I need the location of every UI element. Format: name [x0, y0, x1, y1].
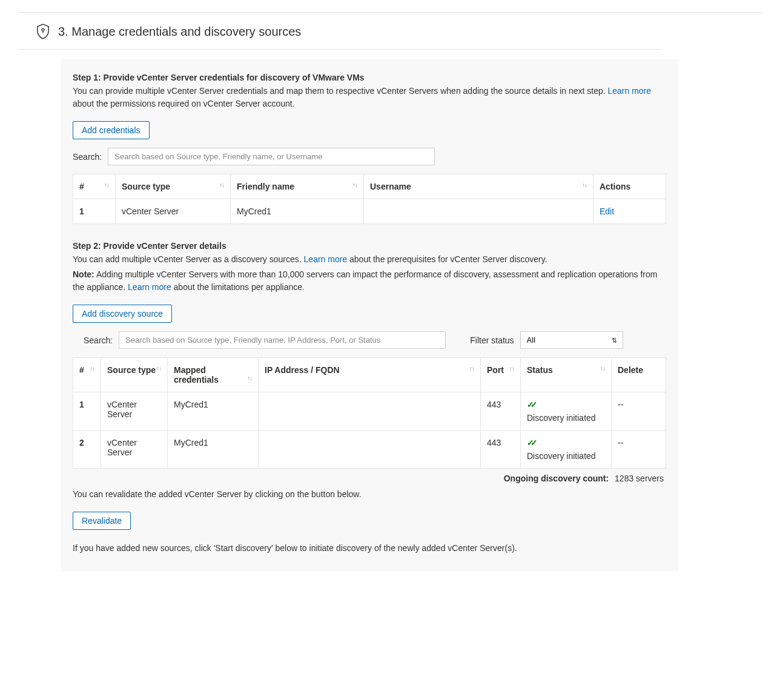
- sort-icon: ↑↓: [90, 365, 94, 372]
- checkmark-icon: ✓✓: [527, 438, 534, 447]
- discovery-count-label: Ongoing discovery count:: [504, 474, 609, 483]
- step2-desc-text: You can add multiple vCenter Server as a…: [73, 254, 304, 264]
- status-text: Discovery initiated: [527, 451, 596, 461]
- col-num[interactable]: #↑↓: [73, 174, 116, 199]
- cell-ip: [259, 392, 481, 431]
- revalidate-button[interactable]: Revalidate: [73, 512, 131, 530]
- filter-status-select[interactable]: All: [520, 331, 623, 349]
- cell-mapped: MyCred1: [168, 392, 259, 431]
- revalidate-description: You can revalidate the added vCenter Ser…: [73, 488, 666, 501]
- step1-search-label: Search:: [73, 152, 102, 162]
- table-row: 1 vCenter Server MyCred1 Edit: [73, 199, 666, 224]
- step2-description: You can add multiple vCenter Server as a…: [73, 253, 666, 266]
- col-port[interactable]: Port↑↓: [481, 358, 521, 392]
- table-row: 2 vCenter Server MyCred1 443 ✓✓ Discover…: [73, 431, 666, 469]
- step1-description: You can provide multiple vCenter Server …: [73, 85, 666, 110]
- cell-username: [364, 199, 593, 224]
- step2-search-row: Search: Filter status All: [73, 331, 666, 349]
- cell-status: ✓✓ Discovery initiated: [521, 431, 612, 469]
- sort-icon: ↑↓: [600, 365, 605, 372]
- sort-icon: ↑↓: [247, 375, 252, 381]
- cell-num: 1: [73, 199, 116, 224]
- step2-learn-more-link-2[interactable]: Learn more: [128, 282, 171, 292]
- table-header-row: #↑↓ Source type↑↓ Friendly name↑↓ Userna…: [73, 174, 666, 199]
- cell-ip: [259, 431, 481, 469]
- edit-link[interactable]: Edit: [600, 206, 614, 216]
- cell-num: 2: [73, 431, 101, 469]
- cell-friendly-name: MyCred1: [231, 199, 364, 224]
- page-title: 3. Manage credentials and discovery sour…: [58, 25, 301, 39]
- checkmark-icon: ✓✓: [527, 400, 534, 409]
- cell-action: Edit: [593, 199, 666, 224]
- cell-mapped: MyCred1: [168, 431, 259, 469]
- step2-search-label: Search:: [84, 335, 113, 345]
- new-sources-description: If you have added new sources, click 'St…: [73, 542, 666, 555]
- filter-status-label: Filter status: [470, 335, 514, 345]
- step2-title: Step 2: Provide vCenter Server details: [73, 241, 666, 251]
- sort-icon: ↑↓: [104, 182, 109, 188]
- svg-point-0: [42, 28, 44, 31]
- step1-search-input[interactable]: [108, 148, 435, 165]
- sort-icon: ↑↓: [469, 365, 474, 372]
- shield-icon: [36, 24, 50, 39]
- section-header: 3. Manage credentials and discovery sour…: [18, 13, 660, 50]
- sort-icon: ↑↓: [156, 365, 161, 372]
- cell-delete: --: [612, 431, 666, 469]
- sort-icon: ↑↓: [352, 182, 357, 188]
- cell-port: 443: [481, 431, 521, 469]
- cell-delete: --: [612, 392, 666, 431]
- cell-source-type: vCenter Server: [101, 431, 168, 469]
- cell-num: 1: [73, 392, 101, 431]
- col-source-type[interactable]: Source type↑↓: [116, 174, 231, 199]
- col-delete: Delete: [612, 358, 666, 392]
- note-text2: about the limitations per appliance.: [171, 282, 305, 292]
- cell-source-type: vCenter Server: [101, 392, 168, 431]
- content-panel: Step 1: Provide vCenter Server credentia…: [61, 59, 678, 572]
- sort-icon: ↑↓: [219, 182, 224, 188]
- sort-icon: ↑↓: [509, 365, 514, 372]
- cell-port: 443: [481, 392, 521, 431]
- step2-note: Note: Adding multiple vCenter Servers wi…: [73, 268, 666, 294]
- step2-desc-text2: about the prerequisites for vCenter Serv…: [347, 254, 547, 264]
- step1-search-row: Search:: [73, 148, 666, 165]
- sort-icon: ↑↓: [582, 182, 587, 188]
- discovery-count-value: 1283 servers: [615, 474, 664, 483]
- add-discovery-source-button[interactable]: Add discovery source: [73, 305, 172, 323]
- col-mapped[interactable]: Mapped credentials↑↓: [168, 358, 259, 392]
- col-username[interactable]: Username↑↓: [364, 174, 593, 199]
- add-credentials-button[interactable]: Add credentials: [73, 121, 150, 139]
- step1-desc-text: You can provide multiple vCenter Server …: [73, 86, 608, 96]
- cell-status: ✓✓ Discovery initiated: [521, 392, 612, 431]
- col-friendly-name[interactable]: Friendly name↑↓: [231, 174, 364, 199]
- step1-learn-more-link[interactable]: Learn more: [608, 86, 652, 96]
- step2-search-input[interactable]: [119, 331, 446, 349]
- table-row: 1 vCenter Server MyCred1 443 ✓✓ Discover…: [73, 392, 666, 431]
- status-text: Discovery initiated: [527, 413, 596, 423]
- step1-title: Step 1: Provide vCenter Server credentia…: [73, 73, 666, 82]
- credentials-table: #↑↓ Source type↑↓ Friendly name↑↓ Userna…: [73, 174, 666, 224]
- discovery-count: Ongoing discovery count: 1283 servers: [73, 474, 666, 483]
- col-ip[interactable]: IP Address / FQDN↑↓: [259, 358, 481, 392]
- sources-table: #↑↓ Source type↑↓ Mapped credentials↑↓ I…: [73, 357, 666, 469]
- table-header-row: #↑↓ Source type↑↓ Mapped credentials↑↓ I…: [73, 358, 666, 392]
- col-source-type[interactable]: Source type↑↓: [101, 358, 168, 392]
- note-label: Note:: [73, 269, 94, 279]
- step2-learn-more-link-1[interactable]: Learn more: [304, 254, 348, 264]
- col-status[interactable]: Status↑↓: [521, 358, 612, 392]
- col-actions: Actions: [593, 174, 666, 199]
- step1-desc-text2: about the permissions required on vCente…: [73, 99, 295, 108]
- filter-status-select-wrap: All: [520, 331, 623, 349]
- cell-source-type: vCenter Server: [116, 199, 231, 224]
- col-num[interactable]: #↑↓: [73, 358, 101, 392]
